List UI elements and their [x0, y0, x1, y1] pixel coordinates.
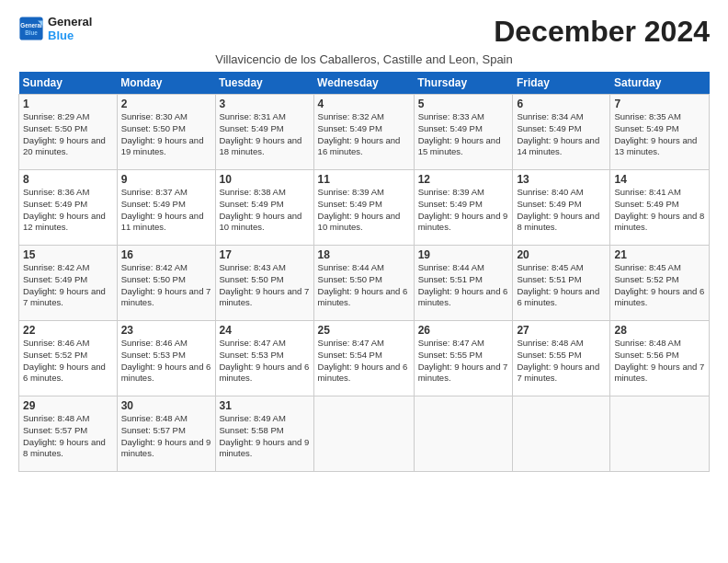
- day-info: Sunrise: 8:32 AM Sunset: 5:49 PM Dayligh…: [318, 111, 410, 158]
- day-number: 27: [517, 324, 606, 337]
- logo: General Blue General Blue: [18, 15, 92, 42]
- day-number: 30: [121, 399, 211, 412]
- day-number: 14: [614, 173, 705, 186]
- day-info: Sunrise: 8:42 AM Sunset: 5:50 PM Dayligh…: [121, 262, 211, 309]
- calendar-table: SundayMondayTuesdayWednesdayThursdayFrid…: [18, 72, 710, 472]
- day-info: Sunrise: 8:39 AM Sunset: 5:49 PM Dayligh…: [418, 187, 509, 234]
- day-number: 6: [517, 98, 606, 110]
- day-info: Sunrise: 8:48 AM Sunset: 5:55 PM Dayligh…: [517, 338, 606, 385]
- calendar-day-cell: 7Sunrise: 8:35 AM Sunset: 5:49 PM Daylig…: [610, 95, 710, 170]
- calendar-day-cell: 29Sunrise: 8:48 AM Sunset: 5:57 PM Dayli…: [19, 396, 118, 472]
- svg-text:General: General: [20, 22, 42, 29]
- calendar-day-cell: 30Sunrise: 8:48 AM Sunset: 5:57 PM Dayli…: [117, 396, 215, 472]
- day-number: 23: [121, 324, 211, 337]
- day-info: Sunrise: 8:37 AM Sunset: 5:49 PM Dayligh…: [121, 187, 211, 234]
- day-info: Sunrise: 8:41 AM Sunset: 5:49 PM Dayligh…: [614, 187, 705, 234]
- calendar-day-header: Thursday: [414, 72, 513, 95]
- calendar-day-cell: 15Sunrise: 8:42 AM Sunset: 5:49 PM Dayli…: [19, 246, 118, 321]
- header: General Blue General Blue December 2024: [18, 15, 710, 49]
- calendar-day-cell: 28Sunrise: 8:48 AM Sunset: 5:56 PM Dayli…: [610, 321, 710, 396]
- day-info: Sunrise: 8:45 AM Sunset: 5:52 PM Dayligh…: [614, 262, 705, 309]
- calendar-week-row: 8Sunrise: 8:36 AM Sunset: 5:49 PM Daylig…: [19, 170, 710, 246]
- day-info: Sunrise: 8:31 AM Sunset: 5:49 PM Dayligh…: [220, 111, 310, 158]
- day-number: 4: [318, 98, 410, 110]
- calendar-day-cell: 16Sunrise: 8:42 AM Sunset: 5:50 PM Dayli…: [117, 246, 215, 321]
- calendar-day-cell: 20Sunrise: 8:45 AM Sunset: 5:51 PM Dayli…: [513, 246, 610, 321]
- calendar-day-cell: 27Sunrise: 8:48 AM Sunset: 5:55 PM Dayli…: [513, 321, 610, 396]
- day-number: 10: [220, 173, 310, 186]
- day-info: Sunrise: 8:44 AM Sunset: 5:51 PM Dayligh…: [418, 262, 509, 309]
- calendar-day-cell: 19Sunrise: 8:44 AM Sunset: 5:51 PM Dayli…: [414, 246, 513, 321]
- day-number: 11: [318, 173, 410, 186]
- day-info: Sunrise: 8:29 AM Sunset: 5:50 PM Dayligh…: [23, 111, 113, 158]
- day-number: 5: [418, 98, 509, 110]
- day-info: Sunrise: 8:48 AM Sunset: 5:56 PM Dayligh…: [614, 338, 705, 385]
- calendar-day-cell: 21Sunrise: 8:45 AM Sunset: 5:52 PM Dayli…: [610, 246, 710, 321]
- day-number: 16: [121, 248, 211, 261]
- day-info: Sunrise: 8:36 AM Sunset: 5:49 PM Dayligh…: [23, 187, 113, 234]
- calendar-day-cell: 14Sunrise: 8:41 AM Sunset: 5:49 PM Dayli…: [610, 170, 710, 246]
- day-number: 8: [23, 173, 113, 186]
- day-number: 1: [23, 98, 113, 110]
- calendar-day-header: Tuesday: [215, 72, 313, 95]
- day-info: Sunrise: 8:42 AM Sunset: 5:49 PM Dayligh…: [23, 262, 113, 309]
- calendar-day-cell: 23Sunrise: 8:46 AM Sunset: 5:53 PM Dayli…: [117, 321, 215, 396]
- day-number: 21: [614, 248, 705, 261]
- calendar-day-header: Saturday: [610, 72, 710, 95]
- calendar-day-header: Wednesday: [313, 72, 414, 95]
- calendar-week-row: 22Sunrise: 8:46 AM Sunset: 5:52 PM Dayli…: [19, 321, 710, 396]
- day-number: 3: [220, 98, 310, 110]
- calendar-header-row: SundayMondayTuesdayWednesdayThursdayFrid…: [19, 72, 710, 95]
- day-number: 22: [23, 324, 113, 337]
- day-info: Sunrise: 8:46 AM Sunset: 5:52 PM Dayligh…: [23, 338, 113, 385]
- calendar-body: 1Sunrise: 8:29 AM Sunset: 5:50 PM Daylig…: [19, 95, 710, 472]
- page-container: General Blue General Blue December 2024 …: [0, 0, 728, 481]
- day-number: 17: [220, 248, 310, 261]
- day-number: 18: [318, 248, 410, 261]
- day-number: 12: [418, 173, 509, 186]
- day-number: 20: [517, 248, 606, 261]
- day-info: Sunrise: 8:35 AM Sunset: 5:49 PM Dayligh…: [614, 111, 705, 158]
- calendar-day-cell: 24Sunrise: 8:47 AM Sunset: 5:53 PM Dayli…: [215, 321, 313, 396]
- logo-icon: General Blue: [18, 16, 44, 41]
- day-number: 31: [220, 399, 310, 412]
- calendar-day-cell: 9Sunrise: 8:37 AM Sunset: 5:49 PM Daylig…: [117, 170, 215, 246]
- day-number: 19: [418, 248, 509, 261]
- calendar-week-row: 1Sunrise: 8:29 AM Sunset: 5:50 PM Daylig…: [19, 95, 710, 170]
- calendar-day-cell: 6Sunrise: 8:34 AM Sunset: 5:49 PM Daylig…: [513, 95, 610, 170]
- logo-text-blue: Blue: [48, 29, 92, 42]
- calendar-day-header: Monday: [117, 72, 215, 95]
- day-number: 9: [121, 173, 211, 186]
- calendar-day-cell: 10Sunrise: 8:38 AM Sunset: 5:49 PM Dayli…: [215, 170, 313, 246]
- day-info: Sunrise: 8:49 AM Sunset: 5:58 PM Dayligh…: [220, 413, 310, 460]
- calendar-day-cell: [313, 396, 414, 472]
- day-info: Sunrise: 8:48 AM Sunset: 5:57 PM Dayligh…: [23, 413, 113, 460]
- calendar-day-cell: [414, 396, 513, 472]
- calendar-day-cell: 3Sunrise: 8:31 AM Sunset: 5:49 PM Daylig…: [215, 95, 313, 170]
- day-number: 29: [23, 399, 113, 412]
- logo-text-general: General: [48, 15, 92, 29]
- calendar-day-header: Sunday: [19, 72, 118, 95]
- calendar-week-row: 29Sunrise: 8:48 AM Sunset: 5:57 PM Dayli…: [19, 396, 710, 472]
- day-info: Sunrise: 8:47 AM Sunset: 5:55 PM Dayligh…: [418, 338, 509, 385]
- calendar-day-cell: 4Sunrise: 8:32 AM Sunset: 5:49 PM Daylig…: [313, 95, 414, 170]
- svg-rect-0: [19, 17, 42, 40]
- day-info: Sunrise: 8:34 AM Sunset: 5:49 PM Dayligh…: [517, 111, 606, 158]
- calendar-day-cell: 12Sunrise: 8:39 AM Sunset: 5:49 PM Dayli…: [414, 170, 513, 246]
- month-title: December 2024: [494, 15, 710, 49]
- day-info: Sunrise: 8:30 AM Sunset: 5:50 PM Dayligh…: [121, 111, 211, 158]
- calendar-day-cell: 17Sunrise: 8:43 AM Sunset: 5:50 PM Dayli…: [215, 246, 313, 321]
- day-info: Sunrise: 8:47 AM Sunset: 5:53 PM Dayligh…: [220, 338, 310, 385]
- calendar-day-cell: 2Sunrise: 8:30 AM Sunset: 5:50 PM Daylig…: [117, 95, 215, 170]
- day-number: 26: [418, 324, 509, 337]
- day-info: Sunrise: 8:33 AM Sunset: 5:49 PM Dayligh…: [418, 111, 509, 158]
- day-number: 25: [318, 324, 410, 337]
- day-info: Sunrise: 8:48 AM Sunset: 5:57 PM Dayligh…: [121, 413, 211, 460]
- day-info: Sunrise: 8:38 AM Sunset: 5:49 PM Dayligh…: [220, 187, 310, 234]
- day-info: Sunrise: 8:43 AM Sunset: 5:50 PM Dayligh…: [220, 262, 310, 309]
- day-number: 2: [121, 98, 211, 110]
- calendar-day-cell: 18Sunrise: 8:44 AM Sunset: 5:50 PM Dayli…: [313, 246, 414, 321]
- subtitle: Villavicencio de los Caballeros, Castill…: [18, 52, 710, 66]
- day-info: Sunrise: 8:46 AM Sunset: 5:53 PM Dayligh…: [121, 338, 211, 385]
- calendar-day-cell: 1Sunrise: 8:29 AM Sunset: 5:50 PM Daylig…: [19, 95, 118, 170]
